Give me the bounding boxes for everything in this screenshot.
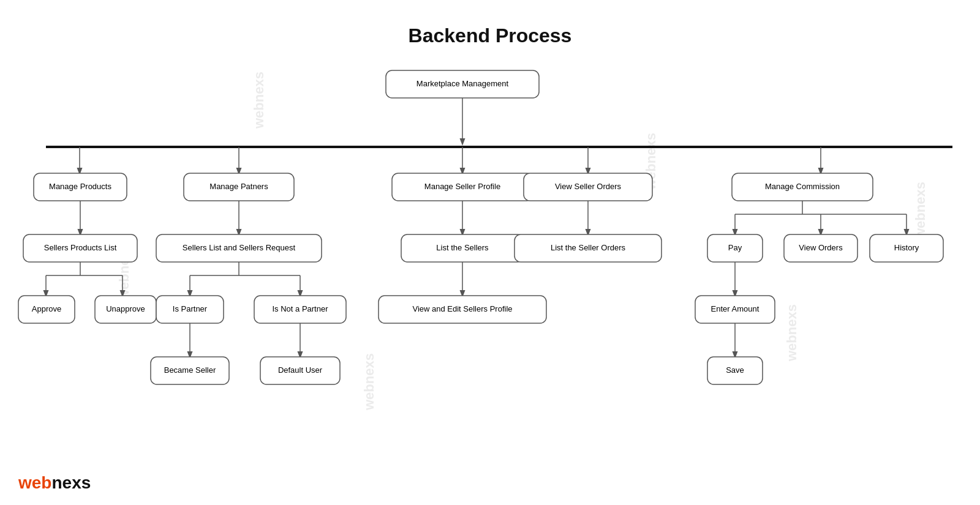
node-manage-products: Manage Products [34, 173, 127, 201]
node-list-sellers: List the Sellers [401, 234, 524, 262]
node-manage-seller-profile: Manage Seller Profile [392, 173, 533, 201]
svg-text:Is Not a Partner: Is Not a Partner [272, 304, 328, 313]
node-sellers-list-request: Sellers List and Sellers Request [156, 234, 322, 262]
svg-text:Manage Patners: Manage Patners [209, 182, 268, 191]
node-unapprove: Unapprove [95, 296, 156, 323]
node-view-edit-sellers-profile: View and Edit Sellers Profile [379, 296, 546, 323]
node-sellers-products-list: Sellers Products List [23, 234, 137, 262]
svg-text:Manage Seller Profile: Manage Seller Profile [424, 182, 500, 191]
node-marketplace-management: Marketplace Management [386, 70, 539, 98]
svg-text:Default User: Default User [278, 365, 323, 375]
svg-text:Save: Save [726, 365, 744, 375]
node-list-seller-orders: List the Seller Orders [514, 234, 662, 262]
svg-text:View and Edit Sellers Profile: View and Edit Sellers Profile [412, 304, 512, 313]
logo-nexs: nexs [51, 473, 91, 492]
svg-text:Unapprove: Unapprove [106, 304, 145, 313]
svg-text:History: History [894, 243, 919, 252]
svg-text:Approve: Approve [32, 304, 61, 313]
node-view-seller-orders: View Seller Orders [524, 173, 652, 201]
svg-text:List the Sellers: List the Sellers [436, 243, 489, 252]
svg-text:Is Partner: Is Partner [173, 304, 208, 313]
node-became-seller: Became Seller [151, 357, 229, 384]
node-approve: Approve [18, 296, 75, 323]
svg-text:Marketplace Management: Marketplace Management [417, 79, 509, 88]
logo: webnexs [18, 473, 91, 493]
node-manage-partners: Manage Patners [184, 173, 294, 201]
svg-text:List the Seller Orders: List the Seller Orders [551, 243, 626, 252]
svg-text:View Orders: View Orders [799, 243, 843, 252]
svg-text:Sellers Products List: Sellers Products List [44, 243, 117, 252]
svg-text:webnexs: webnexs [251, 72, 266, 129]
svg-text:Manage Commission: Manage Commission [765, 182, 840, 191]
svg-text:webnexs: webnexs [784, 304, 799, 362]
svg-text:Enter Amount: Enter Amount [711, 304, 760, 313]
svg-text:View Seller Orders: View Seller Orders [555, 182, 622, 191]
svg-text:Pay: Pay [728, 243, 742, 252]
logo-web: web [18, 473, 51, 492]
diagram-container: webnexs webnexs webnexs webnexs webnexs … [0, 55, 980, 490]
node-is-not-partner: Is Not a Partner [254, 296, 346, 323]
node-is-partner: Is Partner [156, 296, 224, 323]
node-history: History [870, 234, 943, 262]
svg-text:webnexs: webnexs [361, 353, 377, 411]
svg-text:Manage Products: Manage Products [49, 182, 111, 191]
svg-text:webnexs: webnexs [913, 182, 928, 239]
node-enter-amount: Enter Amount [695, 296, 775, 323]
node-manage-commission: Manage Commission [732, 173, 873, 201]
svg-text:Became Seller: Became Seller [164, 365, 216, 375]
page-title: Backend Process [0, 0, 980, 47]
node-view-orders: View Orders [784, 234, 858, 262]
node-pay: Pay [707, 234, 763, 262]
node-default-user: Default User [260, 357, 340, 384]
node-save: Save [707, 357, 763, 384]
svg-text:Sellers List and Sellers Reque: Sellers List and Sellers Request [183, 243, 296, 252]
